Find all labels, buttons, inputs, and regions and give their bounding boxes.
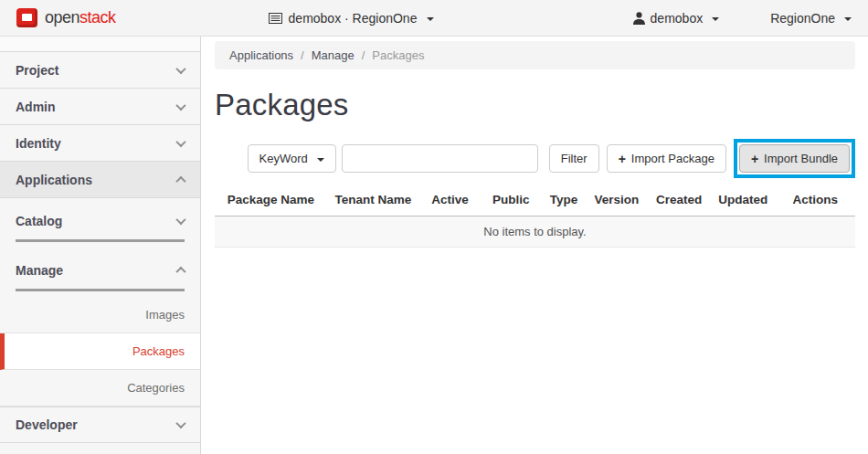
sidebar-link-label: Packages <box>132 344 185 358</box>
sidebar-group-catalog: Catalog <box>0 198 200 242</box>
chevron-down-icon <box>175 418 185 428</box>
sidebar-item-label: Catalog <box>16 214 62 228</box>
column-header-tenant-name[interactable]: Tenant Name <box>327 193 420 206</box>
navbar-right: demobox RegionOne <box>633 11 852 26</box>
search-input[interactable] <box>342 144 538 173</box>
project-switcher-icon <box>269 13 282 24</box>
column-header-created[interactable]: Created <box>647 193 711 206</box>
sidebar-item-label: Applications <box>16 173 92 187</box>
brand-open-text: open <box>45 8 79 26</box>
import-package-label: Import Package <box>631 152 715 165</box>
section-divider <box>16 289 185 291</box>
filter-button-label: Filter <box>561 152 587 165</box>
user-icon <box>633 12 645 25</box>
column-header-updated[interactable]: Updated <box>711 193 775 206</box>
sidebar-item-identity[interactable]: Identity <box>0 125 200 162</box>
chevron-up-icon <box>175 175 185 185</box>
column-header-active[interactable]: Active <box>419 193 481 206</box>
focus-highlight-box: + Import Bundle <box>734 139 855 178</box>
import-bundle-label: Import Bundle <box>764 152 838 165</box>
import-bundle-button[interactable]: + Import Bundle <box>739 144 850 173</box>
chevron-down-icon <box>175 136 185 146</box>
project-region-switcher[interactable]: demobox · RegionOne <box>269 11 435 26</box>
sidebar-item-project[interactable]: Project <box>0 52 200 89</box>
breadcrumb-separator: / <box>301 48 304 62</box>
brand-stack-text: stack <box>79 8 116 26</box>
page-title: Packages <box>215 88 855 122</box>
column-header-public[interactable]: Public <box>481 193 542 206</box>
column-header-package-name[interactable]: Package Name <box>215 193 327 206</box>
brand-text: openstack <box>45 8 116 27</box>
breadcrumb-packages: Packages <box>372 48 424 62</box>
column-header-actions[interactable]: Actions <box>775 193 855 206</box>
user-menu-label: demobox <box>651 11 704 26</box>
region-menu[interactable]: RegionOne <box>770 11 852 26</box>
sidebar-item-developer[interactable]: Developer <box>0 406 200 443</box>
region-menu-label: RegionOne <box>770 11 835 26</box>
openstack-cube-icon <box>16 8 37 27</box>
sidebar-item-applications[interactable]: Applications <box>0 162 200 198</box>
empty-table-message: No items to display. <box>215 216 855 248</box>
table-header-row: Package Name Tenant Name Active Public T… <box>215 185 855 216</box>
caret-down-icon <box>844 17 852 21</box>
import-package-button[interactable]: + Import Package <box>607 144 726 173</box>
sidebar-item-label: Identity <box>16 136 61 151</box>
sidebar-item-categories[interactable]: Categories <box>0 370 200 406</box>
sidebar-spacer <box>0 37 200 52</box>
sidebar-item-manage[interactable]: Manage <box>16 252 185 289</box>
section-divider <box>16 239 185 242</box>
chevron-down-icon <box>175 215 185 225</box>
keyword-dropdown[interactable]: KeyWord <box>248 144 336 173</box>
sidebar-item-label: Developer <box>16 417 78 432</box>
chevron-down-icon <box>175 100 185 110</box>
breadcrumb-separator: / <box>362 48 365 62</box>
packages-table: Package Name Tenant Name Active Public T… <box>215 185 855 248</box>
breadcrumb: Applications / Manage / Packages <box>215 41 855 69</box>
sidebar-item-admin[interactable]: Admin <box>0 89 200 125</box>
chevron-down-icon <box>175 63 185 73</box>
sidebar: Project Admin Identity Applications Cata… <box>0 37 201 454</box>
breadcrumb-manage[interactable]: Manage <box>312 48 355 62</box>
sidebar-link-label: Categories <box>127 381 185 395</box>
sidebar-group-manage: Manage <box>0 248 200 291</box>
chevron-up-icon <box>175 267 185 277</box>
plus-icon: + <box>619 152 626 166</box>
column-header-version[interactable]: Version <box>587 193 648 206</box>
filter-button[interactable]: Filter <box>549 144 599 173</box>
caret-down-icon <box>317 158 324 162</box>
sidebar-link-label: Images <box>145 308 185 322</box>
table-toolbar: KeyWord Filter + Import Package + Import… <box>215 139 855 178</box>
caret-down-icon <box>712 17 719 21</box>
caret-down-icon <box>427 17 434 21</box>
breadcrumb-applications[interactable]: Applications <box>229 48 293 62</box>
openstack-logo[interactable]: openstack <box>16 8 116 27</box>
sidebar-item-label: Admin <box>16 100 56 114</box>
main-content: Applications / Manage / Packages Package… <box>201 37 868 454</box>
sidebar-item-images[interactable]: Images <box>0 297 200 333</box>
context-switcher-label: demobox · RegionOne <box>289 11 418 26</box>
user-menu[interactable]: demobox <box>633 11 720 26</box>
column-header-type[interactable]: Type <box>542 193 587 206</box>
sidebar-item-label: Project <box>16 63 58 78</box>
sidebar-item-catalog[interactable]: Catalog <box>16 203 185 239</box>
sidebar-item-label: Manage <box>16 263 63 278</box>
sidebar-item-packages[interactable]: Packages <box>0 333 200 370</box>
top-navbar: openstack demobox · RegionOne demobox Re… <box>0 0 868 37</box>
keyword-dropdown-label: KeyWord <box>259 152 308 165</box>
plus-icon: + <box>751 152 758 166</box>
